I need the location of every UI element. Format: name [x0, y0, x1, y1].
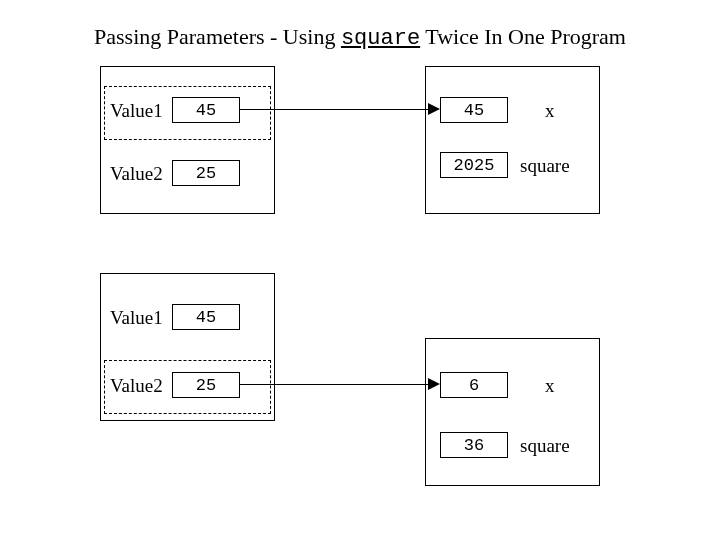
label-value1-top: Value1 [110, 100, 163, 122]
label-square-top: square [520, 155, 570, 177]
label-x-bottom: x [545, 375, 555, 397]
cell-value2-top: 25 [172, 160, 240, 186]
label-value2-top: Value2 [110, 163, 163, 185]
label-square-bottom: square [520, 435, 570, 457]
label-value1-bottom: Value1 [110, 307, 163, 329]
cell-square-bottom: 36 [440, 432, 508, 458]
cell-value2-bottom: 25 [172, 372, 240, 398]
label-value2-bottom: Value2 [110, 375, 163, 397]
title-prefix: Passing Parameters - Using [94, 24, 341, 49]
pass-arrow-bottom-head [428, 378, 440, 390]
pass-arrow-top-head [428, 103, 440, 115]
title-suffix: Twice In One Program [420, 24, 626, 49]
cell-square-top: 2025 [440, 152, 508, 178]
cell-x-bottom: 6 [440, 372, 508, 398]
pass-arrow-top-line [240, 109, 430, 110]
cell-value1-bottom: 45 [172, 304, 240, 330]
callee-frame-bottom [425, 338, 600, 486]
diagram-title: Passing Parameters - Using square Twice … [0, 24, 720, 51]
callee-frame-top [425, 66, 600, 214]
label-x-top: x [545, 100, 555, 122]
title-mono: square [341, 26, 420, 51]
cell-value1-top: 45 [172, 97, 240, 123]
cell-x-top: 45 [440, 97, 508, 123]
pass-arrow-bottom-line [240, 384, 430, 385]
